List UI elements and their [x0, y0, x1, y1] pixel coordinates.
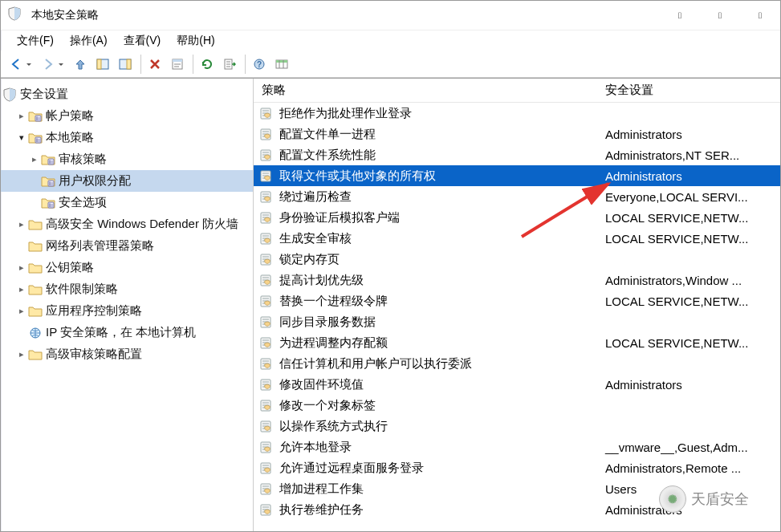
policy-row[interactable]: 配置文件单一进程Administrators [254, 124, 780, 144]
expand-toggle[interactable] [15, 306, 28, 316]
policy-icon [260, 502, 275, 517]
policy-row[interactable]: 身份验证后模拟客户端LOCAL SERVICE,NETW... [254, 207, 780, 228]
shield-icon [2, 87, 17, 102]
list-body[interactable]: 拒绝作为批处理作业登录配置文件单一进程Administrators配置文件系统性… [254, 103, 780, 531]
tree-item-label: 软件限制策略 [46, 282, 118, 297]
policy-row[interactable]: 执行卷维护任务Administrators [254, 499, 780, 520]
tree-item[interactable]: 网络列表管理器策略 [1, 235, 253, 257]
tree-root-label: 安全设置 [20, 87, 68, 102]
policy-setting: __vmware__,Guest,Adm... [600, 441, 780, 454]
policy-row[interactable]: 提高计划优先级Administrators,Window ... [254, 270, 780, 290]
folder-icon [41, 196, 55, 210]
up-button[interactable] [70, 54, 91, 75]
view-mode-button[interactable] [271, 54, 292, 75]
menu-view[interactable]: 查看(V) [116, 32, 169, 50]
policy-row[interactable]: 生成安全审核LOCAL SERVICE,NETW... [254, 228, 780, 249]
tree-item[interactable]: 用户权限分配 [1, 170, 253, 192]
tree-item-label: 高级审核策略配置 [46, 347, 142, 362]
policy-setting: LOCAL SERVICE,NETW... [600, 211, 780, 225]
menu-file[interactable]: 文件(F) [9, 32, 62, 50]
help-button[interactable]: ? [249, 54, 270, 75]
policy-icon [260, 398, 275, 412]
tree-item[interactable]: 公钥策略 [1, 257, 253, 278]
expand-toggle[interactable] [15, 132, 28, 143]
policy-row[interactable]: 锁定内存页 [254, 249, 780, 270]
maximize-button[interactable]:  [700, 1, 740, 30]
policy-name: 允许本地登录 [279, 440, 352, 455]
svg-rect-8 [173, 59, 182, 62]
policy-row[interactable]: 取得文件或其他对象的所有权Administrators [254, 165, 780, 186]
policy-row[interactable]: 配置文件系统性能Administrators,NT SER... [254, 144, 780, 165]
refresh-button[interactable] [197, 54, 218, 75]
column-policy[interactable]: 策略 [254, 83, 600, 98]
tree-item[interactable]: 应用程序控制策略 [1, 300, 253, 322]
tree-item[interactable]: 安全选项 [1, 192, 253, 213]
expand-toggle[interactable] [15, 284, 28, 294]
tree-item[interactable]: 高级审核策略配置 [1, 343, 253, 365]
policy-name: 配置文件系统性能 [279, 148, 376, 163]
tree-root[interactable]: 安全设置 [1, 83, 253, 105]
tree-item[interactable]: 软件限制策略 [1, 278, 253, 300]
policy-name: 信任计算机和用户帐户可以执行委派 [279, 356, 472, 372]
policy-icon [260, 419, 275, 433]
close-button[interactable]:  [740, 1, 780, 30]
policy-setting: Administrators,Remote ... [600, 461, 780, 475]
forward-button[interactable] [38, 54, 68, 75]
folder-icon [28, 326, 43, 340]
policy-row[interactable]: 修改固件环境值Administrators [254, 374, 780, 395]
policy-icon [260, 377, 275, 392]
policy-name: 替换一个进程级令牌 [279, 294, 388, 309]
export-list-button[interactable] [219, 54, 240, 75]
expand-toggle[interactable] [15, 349, 28, 359]
policy-icon [260, 127, 275, 141]
tree-item[interactable]: 审核策略 [1, 148, 253, 170]
policy-row[interactable]: 同步目录服务数据 [254, 311, 780, 332]
policy-row[interactable]: 拒绝作为批处理作业登录 [254, 103, 780, 124]
tree-item[interactable]: 本地策略 [1, 127, 253, 148]
tree-item-label: 应用程序控制策略 [46, 303, 142, 319]
policy-row[interactable]: 替换一个进程级令牌LOCAL SERVICE,NETW... [254, 290, 780, 311]
policy-icon [260, 148, 275, 162]
titlebar[interactable]: 本地安全策略    [1, 1, 780, 30]
back-button[interactable] [6, 54, 36, 75]
policy-row[interactable]: 允许通过远程桌面服务登录Administrators,Remote ... [254, 457, 780, 478]
svg-rect-4 [97, 59, 101, 69]
policy-name: 增加进程工作集 [279, 481, 364, 497]
folder-icon [41, 152, 55, 167]
policy-row[interactable]: 信任计算机和用户帐户可以执行委派 [254, 353, 780, 374]
tree-item-label: 高级安全 Windows Defender 防火墙 [46, 217, 238, 232]
menu-action[interactable]: 操作(A) [62, 32, 116, 50]
policy-icon [260, 252, 275, 266]
policy-row[interactable]: 增加进程工作集Users [254, 478, 780, 499]
policy-name: 取得文件或其他对象的所有权 [279, 169, 436, 184]
expand-toggle[interactable] [15, 219, 28, 229]
properties-button[interactable] [167, 54, 188, 75]
nav-tree[interactable]: 安全设置 帐户策略本地策略审核策略用户权限分配安全选项高级安全 Windows … [1, 79, 254, 531]
tree-item[interactable]: IP 安全策略，在 本地计算机 [1, 322, 253, 343]
policy-row[interactable]: 以操作系统方式执行 [254, 416, 780, 437]
delete-button[interactable] [144, 54, 165, 75]
tree-item-label: 帐户策略 [46, 108, 94, 124]
policy-name: 修改一个对象标签 [279, 398, 376, 413]
showhide-tree-button[interactable] [92, 54, 113, 75]
svg-rect-6 [127, 59, 131, 69]
list-header[interactable]: 策略 安全设置 [254, 79, 780, 103]
policy-row[interactable]: 允许本地登录__vmware__,Guest,Adm... [254, 437, 780, 457]
expand-toggle[interactable] [15, 111, 28, 121]
folder-icon [28, 109, 43, 124]
expand-toggle[interactable] [28, 154, 41, 164]
column-setting[interactable]: 安全设置 [600, 83, 780, 98]
policy-setting: LOCAL SERVICE,NETW... [600, 336, 780, 350]
policy-row[interactable]: 为进程调整内存配额LOCAL SERVICE,NETW... [254, 332, 780, 353]
policy-icon [260, 440, 275, 454]
policy-row[interactable]: 绕过遍历检查Everyone,LOCAL SERVI... [254, 186, 780, 207]
folder-icon [28, 261, 43, 275]
policy-row[interactable]: 修改一个对象标签 [254, 395, 780, 416]
showhide-pane-button[interactable] [115, 54, 136, 75]
minimize-button[interactable]:  [660, 1, 700, 30]
menu-help[interactable]: 帮助(H) [169, 32, 222, 50]
tree-item[interactable]: 高级安全 Windows Defender 防火墙 [1, 213, 253, 235]
policy-setting: Everyone,LOCAL SERVI... [600, 190, 780, 204]
tree-item[interactable]: 帐户策略 [1, 105, 253, 127]
expand-toggle[interactable] [15, 262, 28, 273]
